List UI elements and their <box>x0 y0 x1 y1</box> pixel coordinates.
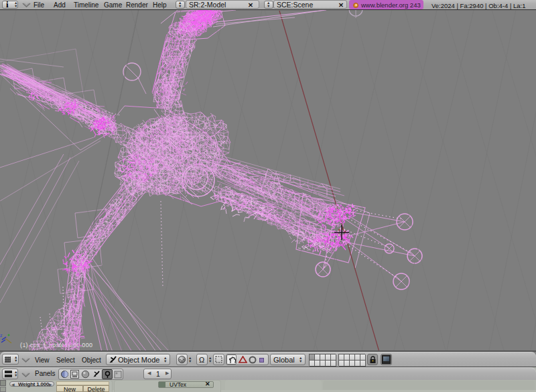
svg-text:z: z <box>0 333 3 338</box>
